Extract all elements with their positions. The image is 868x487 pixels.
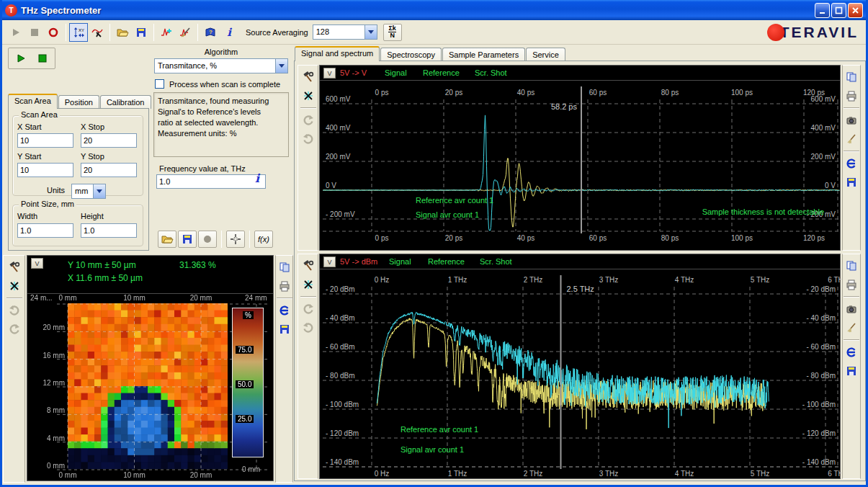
rotate-b-icon[interactable] [6,301,23,320]
print-icon[interactable] [843,86,860,105]
spectrum-plot-area[interactable]: - 20 dBm- 20 dBm- 40 dBm- 40 dBm- 60 dBm… [320,269,841,480]
info-button[interactable]: i [220,23,238,42]
play-button[interactable] [6,23,25,42]
export-icon[interactable] [276,301,293,320]
svg-text:4 THz: 4 THz [675,470,694,478]
time-reference-link[interactable]: Reference [423,68,460,77]
frequency-input[interactable] [156,174,266,189]
process-checkbox[interactable] [155,79,164,89]
copy-icon[interactable] [843,256,860,275]
open-button[interactable] [113,23,132,42]
point-width-input[interactable] [17,223,73,238]
record-button[interactable] [44,23,63,42]
clear-icon[interactable] [843,318,860,337]
svg-text:100 ps: 100 ps [731,234,753,242]
clear-icon[interactable] [843,130,860,148]
time-plot-area[interactable]: 600 mV600 mV400 mV400 mV200 mV200 mV0 V0… [320,81,841,250]
camera-icon[interactable] [843,300,860,318]
svg-text:1 THz: 1 THz [448,470,467,478]
svg-text:40 ps: 40 ps [517,234,534,242]
tab-position[interactable]: Position [58,95,99,109]
function-button[interactable]: f(x) [254,231,273,248]
save-icon[interactable] [276,320,293,339]
spectrum-v-button[interactable]: V [323,256,336,267]
averaging-formula-button[interactable]: ΣkN [383,24,402,41]
time-scrshot-link[interactable]: Scr. Shot [475,68,507,77]
x-start-input[interactable] [17,133,73,148]
rotate-b-icon[interactable] [300,318,317,337]
save-icon[interactable] [843,362,860,380]
svg-text:20 ps: 20 ps [445,89,462,97]
source-averaging-select[interactable]: 128 [313,24,377,40]
algorithm-record-button[interactable] [198,231,217,248]
toolbar-separator [249,231,250,248]
x-stop-input[interactable] [81,133,137,148]
rotate-b-icon[interactable] [300,130,317,148]
frequency-info-icon[interactable]: i [255,171,259,185]
spectrum-reference-link[interactable]: Reference [428,257,465,266]
svg-text:0 V: 0 V [326,182,336,189]
svg-text:- 140 dBm: - 140 dBm [326,458,359,466]
spectrum-left-toolbar [297,254,318,479]
chevron-down-icon[interactable] [275,59,287,73]
deselect-icon[interactable] [300,86,317,105]
svg-text:20 mm: 20 mm [190,471,212,479]
minimize-button[interactable] [815,3,830,18]
chevron-down-icon[interactable] [93,184,105,198]
spectrum-signal-link[interactable]: Signal [389,257,411,266]
y-stop-input[interactable] [81,163,137,177]
tab-calibration[interactable]: Calibration [100,95,151,109]
rotate-a-icon[interactable] [300,300,317,318]
abort-scan-button[interactable] [88,23,107,42]
tools-icon[interactable] [300,256,317,275]
tab-spectroscopy[interactable]: Spectroscopy [380,48,442,61]
print-icon[interactable] [276,277,293,295]
chevron-down-icon[interactable] [364,25,377,39]
add-trace-button[interactable] [157,23,176,42]
stop-scan-button[interactable] [33,50,52,67]
tab-service[interactable]: Service [526,48,565,61]
move-xy-button[interactable]: XY [69,23,88,42]
tab-sample-parameters[interactable]: Sample Parameters [442,48,525,61]
svg-text:5 THz: 5 THz [751,470,770,478]
tools-icon[interactable] [300,68,317,86]
print-icon[interactable] [843,275,860,294]
tab-scan-area[interactable]: Scan Area [8,94,58,109]
toolbar-separator [221,231,222,248]
export-icon[interactable] [843,343,860,362]
save-button[interactable] [132,23,151,42]
close-button[interactable] [848,3,863,18]
y-start-input[interactable] [17,163,73,177]
time-signal-link[interactable]: Signal [385,68,407,77]
stop-button[interactable] [25,23,44,42]
deselect-icon[interactable] [6,277,23,295]
center-crosshair-button[interactable] [226,231,245,248]
camera-icon[interactable] [843,111,860,130]
algorithm-open-button[interactable] [158,231,176,248]
clear-trace-button[interactable] [176,23,194,42]
time-plot-right-toolbar [842,65,861,251]
units-select[interactable]: mm [71,184,106,199]
deselect-icon[interactable] [300,275,317,294]
copy-icon[interactable] [276,258,293,277]
help-button[interactable]: ? [201,23,220,42]
algorithm-save-button[interactable] [178,231,197,248]
maximize-button[interactable] [831,3,846,18]
time-v-button[interactable]: V [323,68,336,79]
algorithm-select[interactable]: Transmitance, % [154,58,288,73]
heatmap-panel: V Y 10 mm ± 50 µm X 11.6 mm ± 50 µm 31.3… [27,255,274,481]
time-mode-label[interactable]: 5V -> V [340,68,367,77]
save-icon[interactable] [843,173,860,192]
start-scan-button[interactable] [12,50,30,67]
export-icon[interactable] [843,154,860,173]
spectrum-scrshot-link[interactable]: Scr. Shot [480,257,512,266]
tools-icon[interactable] [6,258,23,277]
tab-signal-and-spectrum[interactable]: Signal and spectrum [295,46,380,61]
rotate-a-icon[interactable] [300,111,317,130]
heatmap-v-button[interactable]: V [31,258,43,269]
rotate-a-icon[interactable] [6,320,23,339]
copy-icon[interactable] [843,68,860,86]
point-height-input[interactable] [81,223,137,238]
svg-text:- 40 dBm: - 40 dBm [326,314,355,322]
spectrum-mode-label[interactable]: 5V -> dBm [340,257,377,266]
